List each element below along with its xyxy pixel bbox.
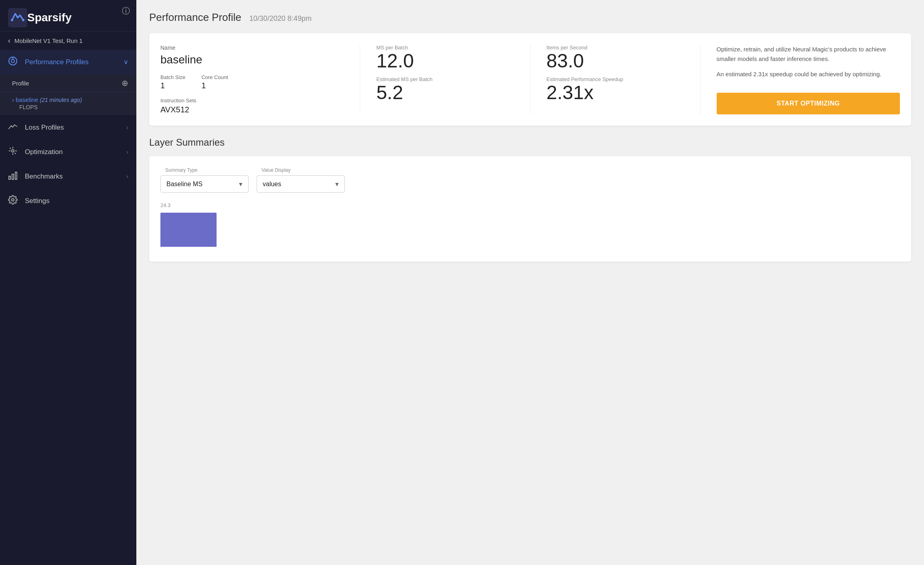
start-optimizing-button[interactable]: START OPTIMIZING (717, 93, 900, 114)
sidebar-header: Sparsify ⓘ (0, 0, 136, 31)
ms-per-batch-group: MS per Batch 12.0 (376, 45, 514, 71)
layer-summaries-title: Layer Summaries (149, 137, 911, 148)
back-nav-label: MobileNet V1 Test, Run 1 (14, 37, 83, 44)
est-speedup-group: Estimated Performance Speedup 2.31x (547, 76, 684, 102)
svg-rect-15 (15, 172, 17, 179)
svg-point-6 (12, 150, 14, 152)
performance-profiles-icon (8, 56, 19, 68)
ms-per-batch-value: 12.0 (376, 51, 514, 71)
value-display-group: Value Display values percentages ▼ (257, 167, 345, 193)
batch-core-row: Batch Size 1 Core Count 1 (160, 74, 344, 90)
page-title: Performance Profile (149, 11, 241, 24)
info-col: Optimize, retrain, and utilize Neural Ma… (717, 45, 900, 114)
svg-point-4 (11, 59, 14, 63)
chart-y-value: 24.3 (160, 202, 900, 208)
back-nav[interactable]: ‹ MobileNet V1 Test, Run 1 (0, 31, 136, 50)
profile-card: Name baseline Batch Size 1 Core Count 1 … (149, 33, 911, 126)
layer-chart: 24.3 (160, 202, 900, 250)
core-count-group: Core Count 1 (201, 74, 228, 90)
batch-size-label: Batch Size (160, 74, 185, 80)
summary-type-select-wrapper: Baseline MS Estimated MS FLOPS ▼ (160, 175, 249, 193)
chevron-right-icon-bench: › (126, 173, 128, 180)
summary-type-select[interactable]: Baseline MS Estimated MS FLOPS (161, 176, 248, 192)
metrics-col: MS per Batch 12.0 Estimated MS per Batch… (376, 45, 530, 114)
chart-bar (160, 213, 217, 247)
svg-rect-14 (12, 174, 14, 179)
nav-item-optimization[interactable]: Optimization › (0, 140, 136, 164)
core-count-value: 1 (201, 81, 228, 90)
summary-type-label: Summary Type (160, 167, 249, 173)
settings-icon (8, 195, 19, 207)
nav-label-benchmarks: Benchmarks (25, 173, 126, 181)
profile-time: (21 minutes ago) (40, 97, 82, 103)
svg-line-9 (10, 148, 11, 149)
instr-sets-label: Instruction Sets (160, 98, 344, 104)
est-speedup-label: Estimated Performance Speedup (547, 76, 684, 82)
loss-profiles-icon (8, 122, 19, 133)
chevron-right-icon-loss: › (126, 124, 128, 131)
svg-point-1 (11, 19, 13, 21)
back-arrow-icon: ‹ (8, 37, 10, 45)
page-header: Performance Profile 10/30/2020 8:49pm (149, 11, 911, 24)
info-icon[interactable]: ⓘ (122, 6, 130, 16)
svg-line-10 (15, 153, 16, 154)
chevron-down-icon: ∨ (124, 58, 128, 66)
profile-name-text: baseline (16, 96, 38, 103)
name-label: Name (160, 45, 344, 51)
optimization-icon (8, 146, 19, 158)
est-ms-value: 5.2 (376, 83, 514, 102)
profile-details-col: Name baseline Batch Size 1 Core Count 1 … (160, 45, 360, 114)
summary-type-group: Summary Type Baseline MS Estimated MS FL… (160, 167, 249, 193)
ms-per-batch-label: MS per Batch (376, 45, 514, 51)
info-text-1: Optimize, retrain, and utilize Neural Ma… (717, 45, 900, 64)
instr-sets-value: AVX512 (160, 105, 344, 114)
controls-row: Summary Type Baseline MS Estimated MS FL… (160, 167, 900, 193)
svg-point-2 (22, 19, 24, 21)
app-title: Sparsify (27, 11, 72, 24)
svg-rect-13 (9, 176, 10, 179)
chart-bar-container (160, 211, 900, 247)
profile-sub-header: Profile ⊕ (0, 74, 136, 92)
svg-point-16 (12, 199, 14, 201)
nav-label-optimization: Optimization (25, 148, 126, 156)
items-per-second-group: Items per Second 83.0 (547, 45, 684, 71)
value-display-select-wrapper: values percentages ▼ (257, 175, 345, 193)
est-speedup-value: 2.31x (547, 83, 684, 102)
value-display-select[interactable]: values percentages (257, 176, 344, 192)
profile-sub-label: FLOPS (12, 103, 128, 114)
profile-section-label: Profile (12, 80, 29, 87)
nav-item-settings[interactable]: Settings (0, 189, 136, 213)
value-display-label: Value Display (257, 167, 345, 173)
add-profile-icon[interactable]: ⊕ (122, 78, 128, 88)
nav-item-benchmarks[interactable]: Benchmarks › (0, 164, 136, 189)
app-logo (8, 8, 27, 27)
nav-label-settings: Settings (25, 197, 128, 205)
batch-size-group: Batch Size 1 (160, 74, 185, 90)
page-date: 10/30/2020 8:49pm (249, 14, 312, 23)
profile-name[interactable]: › baseline (21 minutes ago) (12, 96, 128, 103)
nav-label-performance-profiles: Performance Profiles (25, 58, 124, 66)
chevron-right-icon-opt: › (126, 148, 128, 156)
nav-item-performance-profiles[interactable]: Performance Profiles ∨ (0, 50, 136, 74)
benchmarks-icon (8, 171, 19, 182)
layer-summaries-card: Summary Type Baseline MS Estimated MS FL… (149, 156, 911, 262)
items-per-second-value: 83.0 (547, 51, 684, 71)
nav-label-loss-profiles: Loss Profiles (25, 124, 126, 132)
main-content-area: Performance Profile 10/30/2020 8:49pm Na… (136, 0, 924, 565)
est-ms-label: Estimated MS per Batch (376, 76, 514, 82)
batch-size-value: 1 (160, 81, 185, 90)
items-per-second-label: Items per Second (547, 45, 684, 51)
profile-arrow-icon: › (12, 96, 14, 103)
profile-name-value: baseline (160, 53, 344, 66)
est-ms-group: Estimated MS per Batch 5.2 (376, 76, 514, 102)
sidebar: Sparsify ⓘ ‹ MobileNet V1 Test, Run 1 Pe… (0, 0, 136, 565)
nav-item-loss-profiles[interactable]: Loss Profiles › (0, 115, 136, 140)
core-count-label: Core Count (201, 74, 228, 80)
performance-profiles-sub: Profile ⊕ › baseline (21 minutes ago) FL… (0, 74, 136, 115)
items-speedup-col: Items per Second 83.0 Estimated Performa… (547, 45, 701, 114)
info-text-2: An estimated 2.31x speedup could be achi… (717, 69, 900, 79)
profile-list-item[interactable]: › baseline (21 minutes ago) FLOPS (0, 92, 136, 115)
